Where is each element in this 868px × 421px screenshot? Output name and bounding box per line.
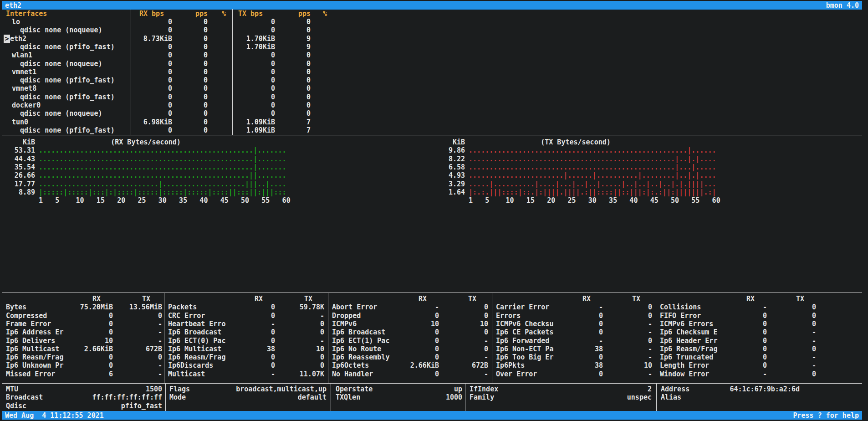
graph-data-row: 44.43...................................…	[2, 155, 296, 164]
rx-pps-value: 0	[179, 68, 208, 77]
stats-row: Over Error0-	[492, 370, 656, 379]
stat-tx-value: 11.07K	[164, 370, 324, 379]
graph-data-row: 17.77.............................|.....…	[2, 180, 296, 189]
stats-header-row: RXTX	[2, 295, 164, 303]
rx-pps-value: 0	[179, 84, 208, 93]
graph-plot-line: ........................................…	[469, 155, 716, 164]
rx-bps-value: 0	[134, 51, 172, 60]
rx-pps-value: 0	[179, 43, 208, 51]
tx-percent-value	[310, 109, 327, 118]
selection-cursor: >	[4, 35, 10, 43]
stat-tx-value: -	[328, 370, 488, 379]
info-row: Qdiscpfifo_fast	[2, 402, 165, 411]
stats-row: Bytes75.20MiB13.56MiB	[2, 303, 164, 312]
stats-row: Ip6 Reasm/Frag00	[656, 345, 866, 354]
info-label: Alias	[661, 393, 681, 402]
graph-plot-line: ........................................…	[39, 171, 286, 180]
stats-row: Ip6 Multicast3810	[164, 345, 328, 354]
stats-row: Ip6 Broadcast00	[328, 328, 492, 337]
stat-tx-value: -	[2, 370, 162, 379]
tx-percent-value	[310, 101, 327, 110]
rx-percent-value	[209, 51, 226, 60]
graph-data-row: 35.54...................................…	[2, 163, 296, 172]
status-help-hint: Press ? for help	[793, 411, 859, 420]
title-bar: eth2 bmon 4.0	[2, 1, 862, 10]
tx-bps-value: 0	[236, 68, 275, 77]
stat-tx-value: -	[328, 337, 488, 345]
graph-axis-row: 1 5 10 15 20 25 30 35 40 45 50 55 60	[432, 196, 725, 205]
interface-name: docker0	[12, 101, 41, 110]
info-value: 1000	[332, 393, 462, 402]
stats-row: Carrier Error-0	[492, 303, 656, 312]
stat-tx-value: -	[656, 328, 816, 337]
info-column: OperstateupTXQlen1000	[332, 383, 465, 411]
tx-percent-value	[310, 60, 327, 68]
status-bar: Wed Aug 4 11:12:55 2021 Press ? for help	[2, 411, 862, 420]
rx-pps-value: 0	[179, 126, 208, 135]
rx-percent-value	[209, 101, 226, 110]
stat-tx-value: 0	[164, 328, 324, 337]
stats-row: Ip6 CE Packets0-	[492, 328, 656, 337]
tx-bps-value: 0	[236, 26, 275, 35]
rx-pps-header: pps	[179, 10, 208, 18]
stats-row: Dropped00	[328, 312, 492, 320]
stats-column: RXTXPackets059.78KCRC Error0-Heartbeat E…	[164, 293, 328, 383]
rx-percent-value	[209, 68, 226, 77]
tx-percent-value	[310, 93, 327, 102]
info-column-separator	[656, 384, 657, 411]
interface-name: qdisc none (noqueue)	[20, 60, 102, 68]
graph-ytick-label: 4.93	[432, 171, 465, 180]
stats-row: ICMPv61010	[328, 320, 492, 329]
tx-percent-value	[310, 84, 327, 93]
rx-bps-value: 0	[134, 43, 172, 51]
info-column-separator	[165, 384, 166, 411]
interface-name: qdisc none (pfifo_fast)	[20, 126, 115, 135]
info-value: up	[332, 385, 462, 394]
tx-percent-value	[310, 51, 327, 60]
graph-xtick-labels: 1 5 10 15 20 25 30 35 40 45 50 55 60	[39, 196, 291, 205]
stats-row: Ip6 ECT(0) Pac0-	[164, 337, 328, 345]
stat-tx-value: 0	[656, 370, 816, 379]
stats-row: Missed Error6-	[2, 370, 164, 379]
interface-name: qdisc none (pfifo_fast)	[20, 76, 115, 85]
graph-ytick-label: 17.77	[2, 180, 35, 189]
stats-row: Ip6 Unknown Pr0-	[2, 361, 164, 370]
graph-ytick-label: 53.31	[2, 146, 35, 155]
graph-ytick-label: 9.86	[432, 146, 465, 155]
rx-pps-value: 0	[179, 118, 208, 127]
rx-pps-value: 0	[179, 76, 208, 85]
info-value: broadcast,multicast,up	[165, 385, 327, 394]
stat-tx-value: 0	[492, 337, 652, 345]
stat-tx-value: 10	[492, 361, 652, 370]
titlebar-app-version: bmon 4.0	[826, 1, 859, 10]
info-row: Broadcastff:ff:ff:ff:ff:ff	[2, 393, 165, 402]
tx-pps-value: 7	[282, 118, 311, 127]
stats-tx-header: TX	[328, 295, 476, 303]
interface-name: qdisc none (noqueue)	[20, 109, 102, 118]
stats-row: Ip6Discards00	[164, 361, 328, 370]
info-row: Alias	[657, 393, 868, 402]
stats-row: Ip6Pkts3810	[492, 361, 656, 370]
stats-column-separator	[656, 293, 656, 383]
stat-tx-value: -	[656, 337, 816, 345]
rx-percent-value	[209, 126, 226, 135]
stats-row: Errors00	[492, 312, 656, 320]
stat-tx-value: 0	[328, 345, 488, 354]
stats-column: RXTXCollisions-0FIFO Error00ICMPv6 Error…	[656, 293, 866, 383]
stat-tx-value: -	[2, 337, 162, 345]
tx-percent-value	[310, 26, 327, 35]
stat-tx-value: 10	[164, 345, 324, 354]
rx-bps-value: 6.98KiB	[134, 118, 172, 127]
rx-percent-value	[209, 93, 226, 102]
graph-unit-label: KiB	[432, 138, 465, 147]
rx-pps-value: 0	[179, 101, 208, 110]
interface-table-separator	[131, 9, 131, 135]
graph-xtick-labels: 1 5 10 15 20 25 30 35 40 45 50 55 60	[469, 196, 720, 205]
graph-title: (TX Bytes/second)	[469, 138, 683, 147]
stats-row: Ip6 Reasm/Frag00	[2, 353, 164, 362]
tx-bps-value: 0	[236, 93, 275, 102]
info-row: Familyunspec	[465, 393, 657, 402]
graph-data-row: 6.58....................................…	[432, 163, 725, 172]
stats-row: Ip6 Non-ECT Pa38-	[492, 345, 656, 354]
stat-tx-value: -	[2, 328, 162, 337]
